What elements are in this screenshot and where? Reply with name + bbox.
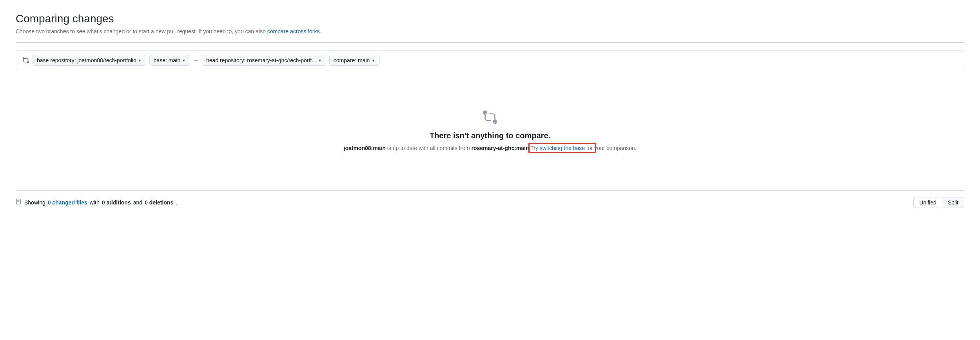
compare-branch-select[interactable]: compare: main ▼ [329, 55, 380, 66]
additions-count: 0 additions [102, 199, 131, 206]
subtitle-text: Choose two branches to see what's change… [16, 28, 267, 34]
empty-state-icon [482, 109, 498, 125]
highlight-box: Try switching the base for [530, 145, 594, 151]
compare-icon [22, 57, 29, 64]
base-repository-caret: ▼ [138, 58, 142, 63]
compare-branch-label: compare: main [334, 57, 370, 63]
head-repository-caret: ▼ [318, 58, 322, 63]
footer-left: Showing 0 changed files with 0 additions… [16, 199, 177, 206]
split-view-button[interactable]: Split [942, 197, 964, 208]
divider [16, 42, 964, 43]
head-repository-label: head repository: rosemary-at-ghc/tech-po… [206, 57, 316, 63]
compare-bar: base repository: joatmon08/tech-portfoli… [16, 51, 964, 70]
head-repo-name: rosemary-at-ghc:main [472, 145, 529, 151]
page-subtitle: Choose two branches to see what's change… [16, 28, 964, 34]
empty-state-title: There isn't anything to compare. [430, 131, 550, 140]
empty-state: There isn't anything to compare. joatmon… [16, 86, 964, 175]
base-branch-caret: ▼ [182, 58, 186, 63]
empty-state-description: joatmon08:main is up to date with all co… [344, 145, 637, 151]
arrow-left-icon: ← [193, 57, 199, 63]
head-repository-select[interactable]: head repository: rosemary-at-ghc/tech-po… [202, 55, 326, 66]
with-text: with [90, 199, 100, 206]
deletions-count: 0 deletions [145, 199, 173, 206]
view-toggle: Unified Split [913, 197, 964, 208]
period: . [176, 199, 177, 206]
base-repo-name: joatmon08:main [344, 145, 386, 151]
changed-files-link[interactable]: 0 changed files [48, 199, 87, 206]
base-branch-label: base: main [154, 57, 180, 63]
for-text: for [585, 145, 593, 151]
after-text: your comparison. [594, 145, 636, 151]
and-text: and [133, 199, 142, 206]
compare-branch-caret: ▼ [371, 58, 375, 63]
try-text: Try [530, 145, 540, 151]
compare-across-forks-link[interactable]: compare across forks [267, 28, 320, 34]
unified-view-button[interactable]: Unified [913, 197, 942, 208]
showing-text: Showing [24, 199, 45, 206]
desc-middle: is up to date with all commits from [386, 145, 472, 151]
base-repository-label: base repository: joatmon08/tech-portfoli… [37, 57, 136, 63]
footer-bar: Showing 0 changed files with 0 additions… [16, 190, 964, 208]
base-branch-select[interactable]: base: main ▼ [149, 55, 190, 66]
switching-base-link[interactable]: switching the base [540, 145, 585, 151]
page-title: Comparing changes [16, 13, 964, 25]
file-diff-icon [16, 199, 22, 206]
base-repository-select[interactable]: base repository: joatmon08/tech-portfoli… [33, 55, 146, 66]
